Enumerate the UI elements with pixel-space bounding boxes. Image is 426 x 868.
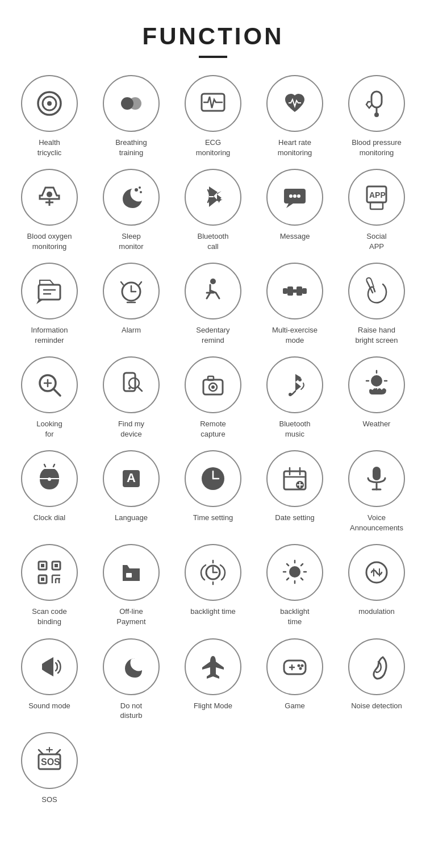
svg-point-35 xyxy=(210,279,216,284)
svg-rect-77 xyxy=(373,467,381,480)
icon-circle-time-setting xyxy=(185,450,241,507)
function-item-multi-exercise-mode: Multi-exercise mode xyxy=(257,263,333,345)
item-label-voice-announcements: Voice Announcements xyxy=(350,513,403,533)
function-item-health-tricyclic: Health tricyclic xyxy=(11,75,87,157)
svg-line-43 xyxy=(53,389,60,396)
icon-circle-message xyxy=(266,169,323,226)
icon-circle-find-my-device xyxy=(103,356,160,413)
svg-line-102 xyxy=(287,564,289,566)
svg-point-112 xyxy=(298,664,300,667)
function-item-clock-dial: Clock dial xyxy=(11,450,87,533)
svg-point-20 xyxy=(293,194,296,198)
item-label-backlight-time-2: backlight time xyxy=(280,607,309,626)
function-item-do-not-disturb: Do not disturb xyxy=(93,638,169,721)
item-label-backlight-time-1: backlight time xyxy=(190,607,235,617)
icon-circle-scan-code-binding xyxy=(21,544,78,601)
svg-line-63 xyxy=(53,464,55,467)
svg-point-13 xyxy=(139,186,141,189)
function-item-weather: Weather xyxy=(339,356,415,439)
svg-point-9 xyxy=(47,192,52,197)
item-label-heart-rate-monitoring: Heart rate monitoring xyxy=(278,138,312,157)
function-item-information-reminder: Information reminder xyxy=(11,263,87,345)
item-label-raise-hand-bright-screen: Raise hand bright screen xyxy=(355,325,398,345)
item-label-remote-capture: Remote capture xyxy=(200,419,226,439)
item-label-sedentary-remind: Sedentary remind xyxy=(196,325,229,345)
item-label-language: Language xyxy=(115,513,148,523)
item-label-alarm: Alarm xyxy=(122,325,141,335)
item-label-scan-code-binding: Scan code binding xyxy=(32,607,66,626)
svg-rect-85 xyxy=(41,578,44,581)
function-item-blood-oxygen-monitoring: Blood oxygen monitoring xyxy=(11,169,87,251)
svg-rect-83 xyxy=(41,564,44,567)
icon-circle-alarm xyxy=(103,263,160,319)
function-item-time-setting: Time setting xyxy=(175,450,251,533)
icon-circle-sos: SOS xyxy=(21,732,78,789)
svg-point-113 xyxy=(301,664,304,667)
svg-text:APP: APP xyxy=(369,190,386,200)
icon-circle-backlight-time-1 xyxy=(185,544,241,601)
svg-point-57 xyxy=(371,375,382,387)
icon-circle-voice-announcements xyxy=(348,450,405,507)
svg-line-54 xyxy=(292,391,295,394)
function-item-flight-mode: Flight Mode xyxy=(175,638,251,721)
icon-circle-backlight-time-2 xyxy=(266,544,323,601)
svg-rect-53 xyxy=(208,376,214,380)
function-item-off-line-payment: Off-line Payment xyxy=(93,544,169,626)
page-title: FUNCTION xyxy=(143,23,284,50)
function-grid: Health tricyclicBreathing trainingECG mo… xyxy=(11,75,415,804)
function-item-alarm: Alarm xyxy=(93,263,169,345)
icon-circle-sleep-monitor xyxy=(103,169,160,226)
function-item-raise-hand-bright-screen: Raise hand bright screen xyxy=(339,263,415,345)
svg-point-64 xyxy=(48,477,51,481)
svg-point-2 xyxy=(47,101,52,106)
svg-line-104 xyxy=(301,564,303,566)
svg-point-52 xyxy=(211,385,215,389)
icon-circle-flight-mode xyxy=(185,638,241,695)
svg-line-105 xyxy=(287,578,289,580)
function-item-breathing-training: Breathing training xyxy=(93,75,169,157)
icon-circle-sound-mode xyxy=(21,638,78,695)
function-item-game: Game xyxy=(257,638,333,721)
svg-rect-6 xyxy=(371,92,382,107)
function-item-language: ALanguage xyxy=(93,450,169,533)
icon-circle-blood-pressure-monitoring xyxy=(348,75,405,132)
svg-rect-25 xyxy=(39,285,60,300)
item-label-weather: Weather xyxy=(363,419,391,429)
function-item-date-setting: Date setting xyxy=(257,450,333,533)
svg-point-4 xyxy=(129,97,141,110)
svg-point-55 xyxy=(289,393,292,396)
icon-circle-modulation xyxy=(348,544,405,601)
svg-line-103 xyxy=(301,578,303,580)
icon-circle-weather xyxy=(348,356,405,413)
icon-circle-breathing-training xyxy=(103,75,160,132)
function-item-heart-rate-monitoring: Heart rate monitoring xyxy=(257,75,333,157)
item-label-social-app: Social APP xyxy=(366,231,386,251)
item-label-sound-mode: Sound mode xyxy=(28,701,70,711)
function-item-bluetooth-music: Bluetooth music xyxy=(257,356,333,439)
svg-line-33 xyxy=(139,282,141,285)
title-underline xyxy=(199,56,227,58)
icon-circle-raise-hand-bright-screen xyxy=(348,263,405,319)
svg-point-12 xyxy=(135,188,138,192)
icon-circle-remote-capture xyxy=(185,356,241,413)
svg-line-32 xyxy=(121,282,123,285)
function-item-bluetooth-call: ✦Bluetooth call xyxy=(175,169,251,251)
item-label-off-line-payment: Off-line Payment xyxy=(116,607,145,626)
svg-point-21 xyxy=(297,194,300,198)
svg-marker-18 xyxy=(286,203,293,208)
function-item-scan-code-binding: Scan code binding xyxy=(11,544,87,626)
item-label-clock-dial: Clock dial xyxy=(34,513,65,523)
item-label-multi-exercise-mode: Multi-exercise mode xyxy=(272,325,318,345)
icon-circle-off-line-payment xyxy=(103,544,160,601)
function-item-sos: SOSSOS xyxy=(11,732,87,805)
item-label-noise-detection: Noise detection xyxy=(351,701,402,711)
item-label-bluetooth-music: Bluetooth music xyxy=(279,419,311,439)
item-label-flight-mode: Flight Mode xyxy=(194,701,232,711)
icon-circle-noise-detection xyxy=(348,638,405,695)
icon-circle-health-tricyclic xyxy=(21,75,78,132)
function-item-noise-detection: Noise detection xyxy=(339,638,415,721)
icon-circle-clock-dial xyxy=(21,450,78,507)
svg-point-97 xyxy=(289,566,300,578)
item-label-game: Game xyxy=(285,701,304,711)
item-label-bluetooth-call: Bluetooth call xyxy=(198,231,229,251)
